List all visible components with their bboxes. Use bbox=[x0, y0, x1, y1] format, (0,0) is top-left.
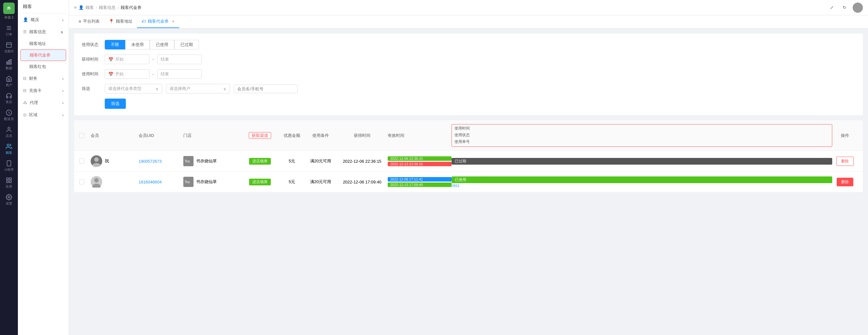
svg-rect-16 bbox=[9, 181, 11, 183]
breadcrumb-customer[interactable]: 顾客 bbox=[86, 5, 94, 10]
row1-member-name: 我 bbox=[105, 158, 109, 164]
use-time-end-input[interactable]: 结束 bbox=[157, 69, 202, 79]
row2-delete-button[interactable]: 删除 bbox=[837, 178, 853, 186]
sidebar-item-data[interactable]: 数据 bbox=[0, 56, 18, 73]
th-amount: 优惠金额 bbox=[284, 133, 300, 138]
sidebar-label-miniapp: 小程序 bbox=[4, 168, 14, 172]
header-action: 操作 bbox=[832, 133, 858, 138]
sidebar-item-miniapp[interactable]: 小程序 bbox=[0, 158, 18, 174]
svg-point-9 bbox=[8, 127, 10, 130]
sidebar-item-counter[interactable]: 当面付 bbox=[0, 39, 18, 56]
status-btn-expired[interactable]: 已过期 bbox=[174, 40, 199, 49]
th-valid-time: 有效时间 bbox=[388, 133, 404, 138]
leftnav-customer-redpack[interactable]: 顾客红包 bbox=[18, 61, 69, 72]
sidebar-item-settings[interactable]: 设置 bbox=[0, 192, 18, 208]
header-member: 会员 bbox=[91, 133, 138, 138]
svg-point-10 bbox=[7, 144, 9, 146]
row1-action: 删除 bbox=[832, 157, 858, 166]
tab-close-button[interactable]: ✕ bbox=[172, 20, 175, 24]
row1-delete-button[interactable]: 删除 bbox=[836, 157, 854, 166]
row2-uid-link[interactable]: 1816046604 bbox=[138, 180, 162, 185]
row2-use-info: 已使用 2651 bbox=[452, 176, 832, 188]
user-avatar[interactable] bbox=[853, 3, 863, 13]
member-search-input[interactable] bbox=[234, 85, 298, 93]
voucher-type-select[interactable]: 请选择代金券类型 ∨ bbox=[105, 84, 162, 94]
row2-checkbox[interactable] bbox=[79, 179, 84, 185]
svg-rect-11 bbox=[7, 161, 11, 166]
svg-rect-7 bbox=[10, 60, 11, 64]
header-channel: 获取渠道 bbox=[241, 133, 279, 138]
row1-valid-end: 2022-12-13 22:36:15 bbox=[388, 162, 452, 166]
sidebar-item-aftersale[interactable]: 售后 bbox=[0, 90, 18, 107]
row2-valid-time: 2022-12-06 17:11:41 2022-12-13 17:09:40 bbox=[388, 177, 452, 187]
sidebar-label-aftersale: 售后 bbox=[6, 100, 12, 104]
header-checkbox[interactable] bbox=[79, 133, 84, 138]
leftnav-agent[interactable]: ⁂代理 › bbox=[18, 97, 69, 109]
leftnav-customer-info[interactable]: ☰顾客信息 ∧ bbox=[18, 26, 69, 38]
filter-button[interactable]: 筛选 bbox=[105, 99, 126, 109]
leftnav-finance[interactable]: ⊟财务 › bbox=[18, 72, 69, 85]
chevron-up-icon: ∧ bbox=[60, 30, 64, 34]
row2-use-block: 已使用 2651 bbox=[452, 176, 832, 188]
breadcrumb-customer-info[interactable]: 顾客信息 bbox=[99, 5, 116, 10]
th-get-time: 获得时间 bbox=[354, 133, 370, 138]
platform-list-icon: ≡ bbox=[79, 19, 81, 24]
merchant-select[interactable]: 请选择商户 ∨ bbox=[166, 84, 230, 94]
status-btn-all[interactable]: 不限 bbox=[105, 40, 125, 49]
row1-use-status: 已过期 bbox=[452, 158, 832, 165]
leftnav-region[interactable]: ◎区域 › bbox=[18, 109, 69, 121]
chevron-right-icon: › bbox=[62, 76, 64, 81]
use-time-start-input[interactable]: 📅 开始 bbox=[105, 69, 150, 79]
leftnav-overview[interactable]: 👤概况 › bbox=[18, 14, 69, 26]
get-time-start-input[interactable]: 📅 开始 bbox=[105, 55, 150, 64]
th-member: 会员 bbox=[91, 133, 99, 138]
leftnav-title: 顾客 bbox=[18, 0, 69, 14]
sidebar-label-merchant: 商户 bbox=[6, 83, 12, 88]
use-time-end-placeholder: 结束 bbox=[161, 71, 169, 77]
left-navigation: 顾客 👤概况 › ☰顾客信息 ∧ 顾客地址 顾客代金券 顾客红包 ⊟财务 › ⊟… bbox=[18, 0, 69, 335]
overview-icon: 👤 bbox=[23, 17, 28, 22]
row2-get-time: 2022-12-06 17:09:40 bbox=[337, 180, 388, 185]
leftnav-recharge[interactable]: ⊟充值卡 › bbox=[18, 85, 69, 97]
row2-valid-time-block: 2022-12-06 17:11:41 2022-12-13 17:09:40 bbox=[388, 177, 452, 187]
row1-store-name: 书亦烧仙草 bbox=[196, 158, 217, 164]
finance-icon: ⊟ bbox=[23, 76, 27, 81]
status-btn-unused[interactable]: 未使用 bbox=[125, 40, 150, 49]
row1-valid-time-block: 2022-12-06 22:36:15 2022-12-13 22:36:15 bbox=[388, 156, 452, 166]
th-use-group: 使用时间 使用状态 使用单号 bbox=[455, 126, 829, 145]
calendar-icon: 📅 bbox=[108, 57, 113, 62]
status-btn-used[interactable]: 已使用 bbox=[150, 40, 174, 49]
row2-amount-value: 5元 bbox=[289, 179, 295, 184]
sidebar-item-staff[interactable]: 店员 bbox=[0, 124, 18, 141]
row1-use-info: 已过期 bbox=[452, 158, 832, 165]
refresh-button[interactable]: ↻ bbox=[840, 3, 849, 12]
svg-rect-13 bbox=[7, 178, 9, 180]
th-condition: 使用条件 bbox=[312, 133, 329, 138]
sidebar-item-merchant[interactable]: 商户 bbox=[0, 73, 18, 90]
content-area: 使用状态 不限 未使用 已使用 已过期 获得时间 📅 开始 ~ bbox=[69, 28, 868, 335]
tab-customer-address[interactable]: 📍 顾客地址 bbox=[104, 15, 137, 28]
row2-valid-end: 2022-12-13 17:09:40 bbox=[388, 182, 452, 187]
get-time-end-input[interactable]: 结束 bbox=[157, 55, 202, 64]
tab-customer-voucher[interactable]: 🏷 顾客代金券 ✕ bbox=[137, 15, 179, 28]
calendar-icon2: 📅 bbox=[108, 72, 113, 76]
info-icon: ☰ bbox=[23, 29, 27, 34]
svg-rect-5 bbox=[7, 62, 8, 64]
sidebar-label-staff: 店员 bbox=[6, 134, 12, 138]
sidebar-item-delivery[interactable]: 配送员 bbox=[0, 107, 18, 124]
row1-checkbox[interactable] bbox=[79, 159, 84, 164]
sidebar-item-customer[interactable]: 顾客 bbox=[0, 141, 18, 158]
row1-uid-link[interactable]: 1900572673 bbox=[138, 159, 162, 164]
leftnav-customer-voucher[interactable]: 顾客代金券 bbox=[21, 49, 66, 61]
row1-amount-value: 5元 bbox=[289, 159, 295, 163]
expand-button[interactable]: ⤢ bbox=[827, 3, 836, 12]
row1-uid: 1900572673 bbox=[138, 159, 183, 164]
topbar-actions: ⤢ ↻ bbox=[827, 3, 863, 13]
header-store: 门店 bbox=[183, 133, 241, 138]
leftnav-customer-address[interactable]: 顾客地址 bbox=[18, 38, 69, 49]
row2-store-thumb: Tea bbox=[183, 177, 193, 187]
sidebar-item-orders[interactable]: 订单 bbox=[0, 22, 18, 39]
tab-platform-list[interactable]: ≡ 平台列表 bbox=[74, 15, 104, 28]
row2-channel: 进店领券 bbox=[241, 179, 279, 186]
sidebar-item-app[interactable]: 应用 bbox=[0, 174, 18, 192]
